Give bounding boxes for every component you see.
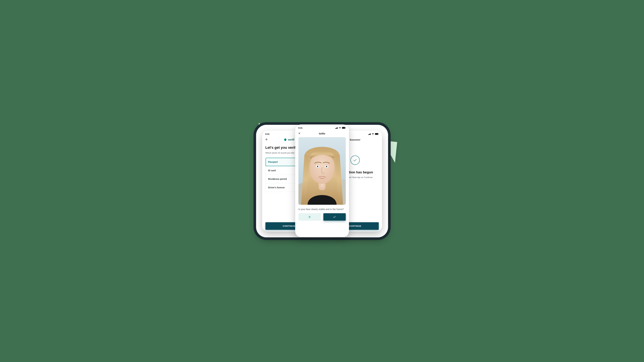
accept-button[interactable] <box>323 213 346 221</box>
svg-point-33 <box>317 166 318 167</box>
svg-rect-11 <box>370 133 371 135</box>
status-bar: 9:41 <box>295 124 349 130</box>
brand-text: veriff <box>288 138 294 141</box>
close-icon <box>298 132 301 135</box>
phone-selfie: 9:41 Selfie <box>295 124 349 237</box>
svg-point-34 <box>326 166 327 167</box>
nav-title: Success! <box>350 138 360 141</box>
svg-rect-17 <box>336 127 337 129</box>
svg-rect-18 <box>337 127 338 129</box>
brand-logo: veriff <box>284 138 294 141</box>
nav-title: Selfie <box>319 132 325 135</box>
status-time: 9:41 <box>298 127 302 129</box>
close-button[interactable] <box>298 132 301 135</box>
x-icon <box>308 216 311 218</box>
status-icons <box>368 133 379 135</box>
svg-rect-21 <box>346 127 346 128</box>
svg-rect-14 <box>378 134 379 134</box>
nav-row: Selfie <box>295 130 349 137</box>
svg-rect-10 <box>370 134 370 135</box>
svg-rect-20 <box>342 127 345 128</box>
check-icon <box>333 215 336 219</box>
arrow-left-icon <box>265 138 268 141</box>
wifi-icon <box>339 127 341 129</box>
svg-rect-13 <box>375 133 378 135</box>
selfie-button-row <box>295 213 349 224</box>
svg-rect-15 <box>335 128 336 129</box>
battery-icon <box>375 133 379 135</box>
selfie-prompt: Is your face clearly visible and in the … <box>295 207 349 213</box>
status-icons <box>335 127 346 129</box>
signal-icon <box>335 127 338 129</box>
selfie-photo <box>298 137 346 205</box>
check-icon <box>353 158 357 162</box>
status-time: 9:41 <box>266 133 270 135</box>
svg-rect-9 <box>369 134 370 135</box>
svg-rect-16 <box>336 128 336 129</box>
stage: 9:41 veriff Let's get you verified Which… <box>205 115 439 247</box>
veriff-logo-icon <box>284 138 287 141</box>
battery-icon <box>342 127 346 129</box>
svg-rect-8 <box>368 134 369 135</box>
wifi-icon <box>372 133 374 135</box>
back-button[interactable] <box>265 138 268 142</box>
signal-icon <box>368 133 371 135</box>
success-check-circle <box>350 155 360 165</box>
selfie-illustration <box>298 137 346 205</box>
reject-button[interactable] <box>298 213 321 221</box>
